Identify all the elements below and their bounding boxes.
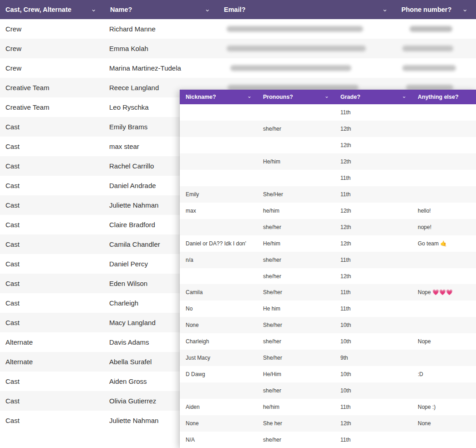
cell-pronouns[interactable]: She her — [257, 415, 334, 432]
cell-anything[interactable]: hello! — [412, 203, 476, 219]
cell-nickname[interactable]: max — [180, 203, 257, 219]
cell-nickname[interactable] — [180, 153, 257, 170]
cell-grade[interactable]: 12th — [334, 219, 412, 235]
cell-anything[interactable] — [412, 153, 476, 170]
cell-pronouns[interactable] — [257, 170, 334, 186]
cell-pronouns[interactable]: She/her — [257, 284, 334, 300]
cell-pronouns[interactable]: She/Her — [257, 186, 334, 203]
cell-role[interactable]: Cast — [0, 391, 105, 411]
cell-pronouns[interactable]: he/him — [257, 203, 334, 219]
cell-grade[interactable]: 12th — [334, 137, 412, 153]
cell-grade[interactable]: 10th — [334, 366, 412, 382]
cell-grade[interactable]: 12th — [334, 203, 412, 219]
cell-grade[interactable]: 11th — [334, 186, 412, 203]
cell-grade[interactable]: 11th — [334, 252, 412, 268]
cell-nickname[interactable]: None — [180, 317, 257, 333]
cell-nickname[interactable] — [180, 121, 257, 137]
cell-email[interactable] — [218, 19, 396, 39]
cell-nickname[interactable]: N/A — [180, 432, 257, 448]
cell-role[interactable]: Crew — [0, 58, 105, 78]
cell-role[interactable]: Creative Team — [0, 78, 105, 97]
cell-pronouns[interactable]: she/her — [257, 333, 334, 350]
cell-role[interactable]: Alternate — [0, 352, 105, 372]
cell-nickname[interactable]: n/a — [180, 252, 257, 268]
cell-grade[interactable]: 9th — [334, 350, 412, 366]
cell-anything[interactable] — [412, 104, 476, 121]
cell-nickname[interactable]: Just Macy — [180, 350, 257, 366]
cell-role[interactable]: Cast — [0, 234, 105, 254]
cell-phone[interactable] — [396, 19, 476, 39]
cell-grade[interactable]: 11th — [334, 284, 412, 300]
cell-nickname[interactable]: None — [180, 415, 257, 432]
cell-name[interactable]: Richard Manne — [105, 19, 218, 39]
cell-pronouns[interactable]: He/him — [257, 235, 334, 252]
cell-nickname[interactable]: Daniel or DA?? Idk I don' — [180, 235, 257, 252]
cell-role[interactable]: Cast — [0, 117, 105, 137]
cell-nickname[interactable] — [180, 219, 257, 235]
cell-nickname[interactable]: Camila — [180, 284, 257, 300]
cell-nickname[interactable] — [180, 170, 257, 186]
cell-nickname[interactable] — [180, 137, 257, 153]
chevron-down-icon[interactable]: ⌄ — [91, 5, 96, 12]
cell-pronouns[interactable]: she/her — [257, 382, 334, 399]
cell-nickname[interactable]: Charleigh — [180, 333, 257, 350]
cell-anything[interactable] — [412, 350, 476, 366]
cell-anything[interactable] — [412, 300, 476, 317]
cell-email[interactable] — [218, 39, 396, 58]
cell-pronouns[interactable] — [257, 104, 334, 121]
cell-anything[interactable] — [412, 170, 476, 186]
cell-role[interactable]: Creative Team — [0, 97, 105, 117]
cell-nickname[interactable]: Aiden — [180, 399, 257, 415]
column-header-phone[interactable]: Phone number? ⌄ — [396, 0, 476, 19]
cell-pronouns[interactable]: she/her — [257, 432, 334, 448]
cell-anything[interactable] — [412, 137, 476, 153]
cell-anything[interactable]: None — [412, 415, 476, 432]
cell-grade[interactable]: 11th — [334, 104, 412, 121]
cell-nickname[interactable] — [180, 268, 257, 285]
cell-pronouns[interactable]: He/him — [257, 153, 334, 170]
column-header-nickname[interactable]: Nickname? ⌄ — [180, 90, 257, 104]
cell-anything[interactable] — [412, 432, 476, 448]
cell-grade[interactable]: 11th — [334, 432, 412, 448]
cell-nickname[interactable] — [180, 104, 257, 121]
cell-grade[interactable]: 12th — [334, 415, 412, 432]
cell-pronouns[interactable]: He him — [257, 300, 334, 317]
cell-role[interactable]: Cast — [0, 254, 105, 274]
chevron-down-icon[interactable]: ⌄ — [382, 5, 388, 12]
cell-role[interactable]: Alternate — [0, 332, 105, 352]
cell-role[interactable]: Crew — [0, 39, 105, 58]
cell-pronouns[interactable]: He/Him — [257, 366, 334, 382]
chevron-down-icon[interactable]: ⌄ — [204, 5, 210, 12]
cell-role[interactable]: Cast — [0, 137, 105, 156]
cell-phone[interactable] — [396, 58, 476, 78]
cell-nickname[interactable]: No — [180, 300, 257, 317]
cell-grade[interactable]: 11th — [334, 399, 412, 415]
cell-grade[interactable]: 12th — [334, 235, 412, 252]
cell-anything[interactable] — [412, 252, 476, 268]
cell-pronouns[interactable]: she/her — [257, 121, 334, 137]
cell-grade[interactable]: 12th — [334, 121, 412, 137]
cell-role[interactable]: Cast — [0, 293, 105, 313]
cell-pronouns[interactable] — [257, 137, 334, 153]
cell-anything[interactable] — [412, 317, 476, 333]
chevron-down-icon[interactable]: ⌄ — [247, 93, 252, 99]
cell-anything[interactable]: Nope :) — [412, 399, 476, 415]
column-header-grade[interactable]: Grade? ⌄ — [334, 90, 412, 104]
cell-anything[interactable]: Nope — [412, 333, 476, 350]
column-header-name[interactable]: Name? ⌄ — [105, 0, 218, 19]
cell-role[interactable]: Cast — [0, 411, 105, 430]
cell-phone[interactable] — [396, 39, 476, 58]
cell-grade[interactable]: 10th — [334, 333, 412, 350]
cell-grade[interactable]: 12th — [334, 268, 412, 285]
cell-grade[interactable]: 12th — [334, 153, 412, 170]
cell-role[interactable]: Cast — [0, 215, 105, 234]
cell-grade[interactable]: 10th — [334, 317, 412, 333]
cell-role[interactable]: Cast — [0, 372, 105, 391]
cell-pronouns[interactable]: she/her — [257, 252, 334, 268]
cell-grade[interactable]: 11th — [334, 300, 412, 317]
cell-pronouns[interactable]: She/her — [257, 317, 334, 333]
column-header-pronouns[interactable]: Pronouns? ⌄ — [257, 90, 334, 104]
cell-email[interactable] — [218, 58, 396, 78]
chevron-down-icon[interactable]: ⌄ — [324, 93, 329, 99]
cell-anything[interactable]: Nope 💗💗💗 — [412, 284, 476, 300]
